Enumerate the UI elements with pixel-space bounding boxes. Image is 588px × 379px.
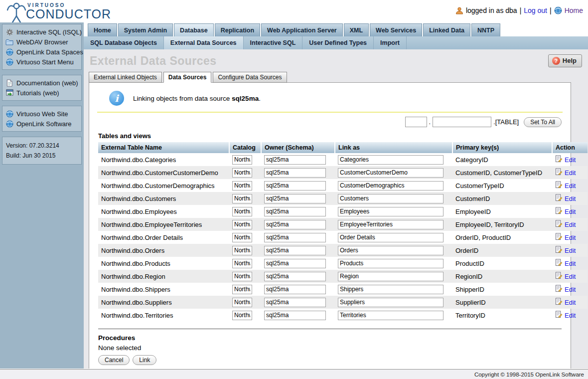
set-to-all-button[interactable]: Set To All — [524, 117, 562, 127]
sub-tab-user-defined-types[interactable]: User Defined Types — [302, 36, 374, 49]
sub-tab-interactive-sql[interactable]: Interactive SQL — [244, 36, 303, 49]
help-button[interactable]: ? Help — [548, 54, 582, 67]
owner-schema-field[interactable] — [264, 259, 326, 268]
edit-link[interactable]: Edit — [565, 273, 576, 280]
link-as-field[interactable] — [338, 194, 443, 203]
edit-icon — [555, 168, 563, 177]
link-as-field[interactable] — [338, 181, 443, 190]
owner-schema-field[interactable] — [264, 181, 326, 190]
main-tab-web-application-server[interactable]: Web Application Server — [261, 23, 343, 36]
edit-link[interactable]: Edit — [565, 286, 576, 293]
virtuoso-conductor-app: VIRTUOSO CONDUCTOR logged in as dba | Lo… — [0, 0, 588, 379]
catalog-field[interactable] — [232, 272, 252, 281]
owner-schema-field[interactable] — [264, 194, 326, 203]
globe-icon — [5, 48, 13, 56]
link-as-field[interactable] — [338, 220, 443, 229]
sidebar-item-virtuoso-web-site[interactable]: Virtuoso Web Site — [4, 109, 80, 119]
sub-tab-sql-database-objects[interactable]: SQL Database Objects — [84, 36, 164, 49]
edit-link[interactable]: Edit — [565, 208, 576, 215]
main-tab-database[interactable]: Database — [174, 23, 214, 36]
copyright-text: Copyright © 1998-2015 OpenLink Software — [474, 372, 584, 378]
main-tab-home[interactable]: Home — [88, 23, 117, 36]
link-as-field[interactable] — [338, 298, 443, 307]
owner-schema-field[interactable] — [264, 298, 326, 307]
main-tab-system-admin[interactable]: System Admin — [118, 23, 173, 36]
sidebar-item-tutorials-web[interactable]: Tutorials (web) — [4, 88, 80, 98]
catalog-field[interactable] — [232, 233, 252, 242]
edit-link[interactable]: Edit — [565, 169, 576, 177]
main-tab-linked-data[interactable]: Linked Data — [423, 23, 470, 36]
edit-link[interactable]: Edit — [565, 299, 576, 306]
owner-schema-field[interactable] — [264, 285, 326, 294]
owner-schema-field[interactable] — [264, 155, 326, 165]
catalog-field[interactable] — [232, 181, 252, 190]
owner-schema-field[interactable] — [264, 168, 326, 178]
edit-link[interactable]: Edit — [565, 260, 576, 267]
link-as-field[interactable] — [338, 259, 443, 268]
catalog-field[interactable] — [232, 194, 252, 203]
edit-link[interactable]: Edit — [565, 182, 576, 190]
link-as-field[interactable] — [338, 272, 443, 281]
catalog-field[interactable] — [232, 246, 252, 255]
link-as-field[interactable] — [338, 246, 443, 255]
external-table-name: Northwind.dbo.Employees — [98, 205, 229, 218]
catalog-field[interactable] — [232, 298, 252, 307]
catalog-field[interactable] — [232, 259, 252, 268]
owner-schema-field[interactable] — [264, 311, 326, 320]
catalog-field[interactable] — [232, 207, 252, 216]
owner-schema-field[interactable] — [264, 220, 326, 229]
link-as-field[interactable] — [338, 207, 443, 216]
sidebar-item-label: OpenLink Data Spaces — [16, 48, 83, 56]
sidebar-item-virtuoso-start-menu[interactable]: Virtuoso Start Menu — [4, 57, 80, 67]
edit-icon — [555, 233, 563, 242]
owner-schema-field[interactable] — [264, 233, 326, 242]
sidebar-item-documentation-web[interactable]: Documentation (web) — [4, 78, 80, 88]
main-tab-web-services[interactable]: Web Services — [370, 23, 422, 36]
main-tab-replication[interactable]: Replication — [215, 23, 260, 36]
link-as-field[interactable] — [338, 311, 443, 320]
edit-link[interactable]: Edit — [565, 312, 576, 319]
sidebar-item-openlink-software[interactable]: OpenLink Software — [4, 119, 80, 129]
sidebar-item-label: Virtuoso Web Site — [16, 110, 68, 118]
edit-link[interactable]: Edit — [565, 234, 576, 241]
catalog-field[interactable] — [232, 311, 252, 320]
content-tab-configure-data-sources[interactable]: Configure Data Sources — [213, 72, 287, 83]
link-as-field[interactable] — [338, 155, 443, 165]
table-row: Northwind.dbo.SuppliersSupplierIDEdit — [98, 296, 588, 309]
edit-link[interactable]: Edit — [565, 247, 576, 254]
catalog-field[interactable] — [232, 168, 252, 178]
owner-schema-field[interactable] — [264, 246, 326, 255]
owner-schema-field[interactable] — [264, 272, 326, 281]
edit-link[interactable]: Edit — [565, 195, 576, 202]
primary-nav: HomeSystem AdminDatabaseReplicationWeb A… — [84, 22, 588, 36]
catalog-field[interactable] — [232, 155, 252, 165]
owner-schema-field[interactable] — [264, 207, 326, 216]
edit-link[interactable]: Edit — [565, 221, 576, 228]
catalog-field[interactable] — [232, 285, 252, 294]
main-tab-xml[interactable]: XML — [344, 23, 369, 36]
link-as-field[interactable] — [338, 168, 443, 178]
edit-link[interactable]: Edit — [565, 156, 576, 164]
sidebar-item-openlink-data-spaces[interactable]: OpenLink Data Spaces — [4, 47, 80, 57]
cancel-button[interactable]: Cancel — [98, 355, 130, 365]
home-link[interactable]: Home — [565, 6, 583, 14]
primary-keys: ShipperID — [452, 283, 552, 296]
sub-tab-external-data-sources[interactable]: External Data Sources — [164, 36, 244, 49]
home-globe-icon — [554, 6, 562, 14]
column-header-link-as: Link as — [335, 142, 452, 153]
catalog-field[interactable] — [232, 220, 252, 229]
content-tabs: External Linked ObjectsData SourcesConfi… — [89, 72, 583, 82]
content-tab-data-sources[interactable]: Data Sources — [163, 72, 212, 83]
sub-tab-import[interactable]: Import — [374, 36, 407, 49]
logout-link[interactable]: Log out — [524, 6, 547, 14]
link-as-field[interactable] — [338, 233, 443, 242]
sidebar-item-webdav-browser[interactable]: WebDAV Browser — [4, 37, 80, 47]
sidebar-item-interactive-sql-isql[interactable]: Interactive SQL (ISQL) — [4, 27, 80, 37]
sidebar-group: Interactive SQL (ISQL)WebDAV BrowserOpen… — [2, 24, 82, 70]
main-tab-nntp[interactable]: NNTP — [471, 23, 500, 36]
content-tab-external-linked-objects[interactable]: External Linked Objects — [89, 72, 162, 83]
link-as-field[interactable] — [338, 285, 443, 294]
set-all-owner-input[interactable] — [433, 117, 491, 127]
set-all-catalog-input[interactable] — [405, 117, 427, 127]
link-button[interactable]: Link — [133, 355, 156, 365]
